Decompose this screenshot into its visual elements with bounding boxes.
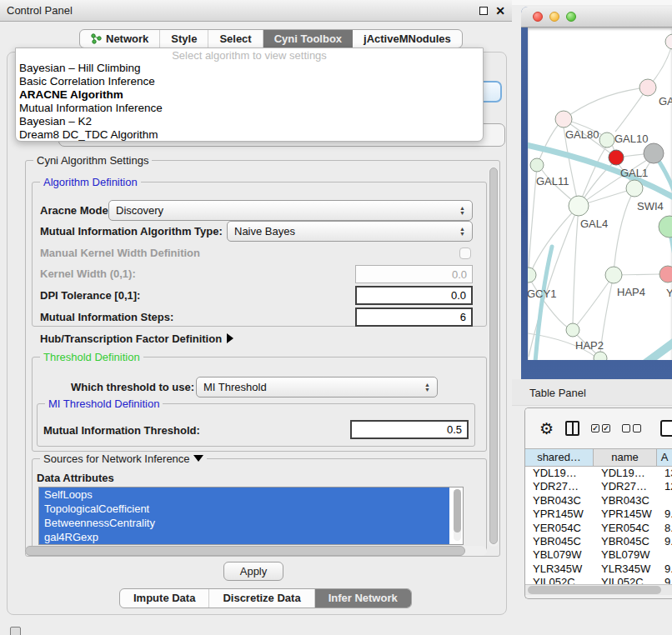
table-row[interactable]: YBL079WYBL079W <box>525 548 672 562</box>
mi-steps-label: Mutual Information Steps: <box>40 311 173 323</box>
svg-text:Y: Y <box>666 287 672 299</box>
network-graph: GAL GAL80 GAL10 GAL1 SWI4 GAL11 GAL4 GCY… <box>528 28 672 360</box>
network-node[interactable] <box>566 323 579 337</box>
which-threshold-combo[interactable]: MI Threshold ▲▼ <box>196 377 438 398</box>
mi-type-combo[interactable]: Naive Bayes ▲▼ <box>227 221 473 242</box>
tab-jactivemnodules[interactable]: jActiveMNodules <box>353 30 462 48</box>
table-row[interactable]: YBR045CYBR045C9. <box>525 535 672 548</box>
svg-text:GAL1: GAL1 <box>620 167 648 179</box>
network-view-window: GAL GAL80 GAL10 GAL1 SWI4 GAL11 GAL4 GCY… <box>521 7 672 379</box>
algorithm-option[interactable]: Bayesian – Hill Climbing <box>16 62 483 75</box>
deselect-all-columns-icon[interactable] <box>622 424 641 432</box>
network-node[interactable] <box>665 34 672 49</box>
network-node[interactable] <box>555 111 572 128</box>
table-row[interactable]: YER054CYER054C8. <box>525 522 672 535</box>
select-all-columns-icon[interactable]: ✓✓ <box>591 424 610 432</box>
split-columns-icon[interactable] <box>565 421 579 436</box>
aracne-mode-combo[interactable]: Discovery ▲▼ <box>108 200 473 221</box>
minimized-panel-icon[interactable] <box>10 627 21 635</box>
network-node[interactable] <box>659 266 672 282</box>
table-row[interactable]: YDL19…YDL19…13 <box>525 467 672 480</box>
attr-item[interactable]: TopologicalCoefficient <box>39 502 449 516</box>
dpi-tolerance-field[interactable]: 0.0 <box>355 286 473 305</box>
table-header-row: shared… name A <box>525 448 672 467</box>
combo-arrows-icon: ▲▼ <box>459 206 465 216</box>
combo-arrows-icon: ▲▼ <box>459 227 465 237</box>
column-header-name[interactable]: name <box>594 448 657 467</box>
tab-network[interactable]: Network <box>80 30 160 48</box>
table-row[interactable]: YLR345WYLR345W9. <box>525 562 672 576</box>
table-rows: YDL19…YDL19…13 YDR27…YDR27…12 YBR043CYBR… <box>525 467 672 584</box>
algorithm-option-selected[interactable]: ARACNE Algorithm <box>16 88 483 102</box>
tab-infer-network[interactable]: Infer Network <box>315 589 411 608</box>
cyni-bottom-tabbar: Impute Data Discretize Data Infer Networ… <box>119 588 412 608</box>
column-header-partial[interactable]: A <box>657 448 672 467</box>
expand-right-icon <box>227 333 233 343</box>
network-node[interactable] <box>599 132 614 148</box>
mi-threshold-field[interactable]: 0.5 <box>350 420 469 439</box>
minimize-traffic-light-icon[interactable] <box>549 12 559 22</box>
kernel-width-field[interactable]: 0.0 <box>355 265 473 283</box>
settings-vertical-scrollbar[interactable] <box>489 167 499 547</box>
network-canvas[interactable]: GAL GAL80 GAL10 GAL1 SWI4 GAL11 GAL4 GCY… <box>528 28 672 360</box>
svg-text:HAP2: HAP2 <box>575 339 604 352</box>
which-threshold-label: Which threshold to use: <box>71 381 194 393</box>
dpi-tolerance-label: DPI Tolerance [0,1]: <box>40 289 140 302</box>
float-window-icon[interactable] <box>479 7 488 15</box>
attr-item[interactable]: gal4RGexp <box>39 530 449 544</box>
network-node[interactable] <box>626 180 643 197</box>
algorithm-option[interactable]: Basic Correlation Inference <box>16 75 483 88</box>
network-node-gray[interactable] <box>644 143 664 163</box>
gear-icon[interactable]: ⚙ <box>539 420 554 437</box>
attr-list-scrollbar[interactable] <box>454 489 461 541</box>
svg-text:GAL: GAL <box>659 95 672 108</box>
mi-threshold-label: Mutual Information Threshold: <box>43 424 200 437</box>
threshold-definition-title: Threshold Definition <box>40 351 143 363</box>
manual-kernel-checkbox[interactable] <box>459 248 471 259</box>
tab-discretize-data[interactable]: Discretize Data <box>209 589 314 608</box>
table-row[interactable]: YPR145WYPR145W9. <box>525 508 672 521</box>
tab-style[interactable]: Style <box>160 30 208 48</box>
attr-item[interactable]: SelfLoops <box>39 488 449 502</box>
network-node[interactable] <box>569 196 589 216</box>
network-node-selected-red[interactable] <box>609 150 624 165</box>
settings-horizontal-scrollbar[interactable] <box>25 546 487 556</box>
algorithm-definition-title: Algorithm Definition <box>40 176 141 188</box>
network-node[interactable] <box>605 267 622 283</box>
network-node[interactable] <box>639 79 656 96</box>
zoom-traffic-light-icon[interactable] <box>566 12 576 22</box>
mi-steps-field[interactable]: 6 <box>355 308 473 327</box>
algorithm-placeholder: Select algorithm to view settings <box>16 49 483 62</box>
apply-button[interactable]: Apply <box>223 562 283 581</box>
data-attributes-label: Data Attributes <box>37 472 114 484</box>
new-table-icon[interactable] <box>660 420 672 437</box>
close-traffic-light-icon[interactable] <box>533 12 543 22</box>
close-icon[interactable]: ✕ <box>495 7 505 15</box>
tab-impute-data[interactable]: Impute Data <box>120 589 209 608</box>
table-row[interactable]: YDR27…YDR27…12 <box>525 480 672 493</box>
table-row[interactable]: YBR043CYBR043C <box>525 494 672 508</box>
settings-group-title: Cyni Algorithm Settings <box>33 154 152 167</box>
network-node[interactable] <box>528 268 536 282</box>
algorithm-option[interactable]: Bayesian – K2 <box>16 115 483 128</box>
network-node[interactable] <box>530 158 544 172</box>
tab-select[interactable]: Select <box>208 30 263 48</box>
control-panel-title: Control Panel <box>7 4 73 17</box>
algorithm-option[interactable]: Dream8 DC_TDC Algorithm <box>16 128 483 142</box>
manual-kernel-label: Manual Kernel Width Definition <box>40 247 200 259</box>
table-row[interactable]: YIL052CYIL052C9 <box>525 576 672 584</box>
aracne-mode-label: Aracne Mode: <box>40 204 112 217</box>
sources-title[interactable]: Sources for Network Inference <box>40 452 207 465</box>
table-panel-title: Table Panel <box>529 387 586 399</box>
svg-text:GAL10: GAL10 <box>614 132 648 145</box>
kernel-width-label: Kernel Width (0,1): <box>40 268 136 280</box>
network-node[interactable] <box>659 216 672 238</box>
table-panel-titlebar: Table Panel <box>512 379 672 406</box>
hub-definition-toggle[interactable]: Hub/Transcription Factor Definition <box>40 332 233 345</box>
table-horizontal-scrollbar[interactable] <box>525 584 672 595</box>
control-panel-tabbar: Network Style Select Cyni Toolbox jActiv… <box>79 29 463 48</box>
tab-cyni-toolbox[interactable]: Cyni Toolbox <box>263 30 353 48</box>
column-header-shared-name[interactable]: shared… <box>525 448 594 467</box>
algorithm-option[interactable]: Mutual Information Inference <box>16 102 483 115</box>
attr-item[interactable]: BetweennessCentrality <box>39 516 449 530</box>
